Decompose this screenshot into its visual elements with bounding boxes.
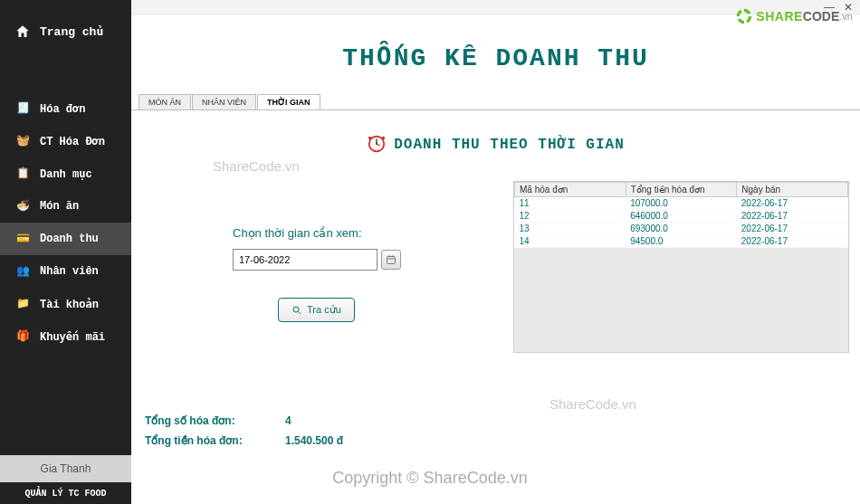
nav-label: CT Hóa Đơn bbox=[40, 135, 105, 148]
calendar-icon bbox=[386, 254, 397, 265]
table-container[interactable]: Mã hóa đơn Tổng tiền hóa đơn Ngày bán 11… bbox=[513, 181, 849, 353]
col-ngay-ban[interactable]: Ngày bán bbox=[737, 183, 848, 197]
sidebar: Trang chủ 🧾 Hóa đơn 🧺 CT Hóa Đơn 📋 Danh … bbox=[0, 0, 131, 504]
nav-ct-hoa-don[interactable]: 🧺 CT Hóa Đơn bbox=[0, 125, 131, 157]
col-tong-tien[interactable]: Tổng tiền hóa đơn bbox=[626, 183, 737, 197]
nav-label: Doanh thu bbox=[40, 233, 99, 245]
table-cell: 107000.0 bbox=[626, 197, 737, 210]
close-button[interactable]: ✕ bbox=[844, 2, 853, 13]
svg-point-10 bbox=[293, 307, 299, 312]
summary-total-value: 1.540.500 đ bbox=[285, 434, 343, 447]
svg-line-11 bbox=[299, 311, 301, 314]
nav-mon-an[interactable]: 🍜 Món ăn bbox=[0, 190, 131, 223]
nav-hoa-don[interactable]: 🧾 Hóa đơn bbox=[0, 92, 131, 125]
table-row[interactable]: 12646000.02022-06-17 bbox=[515, 210, 848, 223]
summary-count-label: Tổng số hóa đơn: bbox=[145, 414, 285, 427]
table-cell: 94500.0 bbox=[626, 235, 737, 248]
nav-label: Nhân viên bbox=[40, 265, 99, 278]
summary-total-label: Tổng tiền hóa đơn: bbox=[145, 434, 285, 447]
nav-tai-khoan[interactable]: 📁 Tài khoản bbox=[0, 288, 131, 320]
table-cell: 11 bbox=[515, 197, 626, 210]
user-name[interactable]: Gia Thanh bbox=[0, 455, 131, 482]
svg-rect-6 bbox=[387, 257, 396, 264]
table-cell: 2022-06-17 bbox=[737, 223, 848, 235]
table-cell: 693000.0 bbox=[626, 223, 737, 235]
clock-icon bbox=[367, 134, 387, 154]
nav-label: Hóa đơn bbox=[40, 102, 85, 116]
home-icon bbox=[14, 24, 31, 40]
search-icon bbox=[291, 305, 302, 316]
window-titlebar: — ✕ bbox=[131, 0, 860, 14]
revenue-table: Mã hóa đơn Tổng tiền hóa đơn Ngày bán 11… bbox=[514, 182, 848, 248]
col-ma-hoa-don[interactable]: Mã hóa đơn bbox=[515, 183, 626, 197]
minimize-button[interactable]: — bbox=[824, 2, 835, 13]
table-row[interactable]: 1494500.02022-06-17 bbox=[515, 235, 848, 248]
page-title: THỐNG KÊ DOANH THU bbox=[131, 14, 860, 94]
table-cell: 646000.0 bbox=[626, 210, 737, 223]
nav-home[interactable]: Trang chủ bbox=[0, 16, 131, 47]
basket-icon: 🧺 bbox=[14, 134, 31, 148]
tabs: MÓN ĂN NHÂN VIÊN THỜI GIAN bbox=[131, 94, 860, 110]
promo-icon: 🎁 bbox=[14, 329, 31, 344]
section-title: DOANH THU THEO THỜI GIAN bbox=[394, 135, 624, 153]
tab-nhan-vien[interactable]: NHÂN VIÊN bbox=[192, 94, 256, 109]
search-button-label: Tra cứu bbox=[307, 304, 341, 316]
svg-rect-9 bbox=[393, 255, 394, 258]
date-picker-button[interactable] bbox=[381, 250, 401, 270]
summary: Tổng số hóa đơn: 4 Tổng tiền hóa đơn: 1.… bbox=[145, 414, 343, 454]
nav-nhan-vien[interactable]: 👥 Nhân viên bbox=[0, 255, 131, 288]
revenue-icon: 💳 bbox=[14, 232, 31, 246]
account-icon: 📁 bbox=[14, 297, 31, 311]
invoice-icon: 🧾 bbox=[14, 101, 31, 116]
table-cell: 2022-06-17 bbox=[737, 197, 848, 210]
nav-label: Món ăn bbox=[40, 200, 79, 213]
list-icon: 📋 bbox=[14, 166, 31, 181]
food-icon: 🍜 bbox=[14, 199, 31, 214]
nav-danh-muc[interactable]: 📋 Danh mục bbox=[0, 157, 131, 190]
table-cell: 2022-06-17 bbox=[737, 210, 848, 223]
nav-doanh-thu[interactable]: 💳 Doanh thu bbox=[0, 223, 131, 255]
search-button[interactable]: Tra cứu bbox=[278, 298, 355, 322]
nav-label: Danh mục bbox=[40, 167, 92, 181]
nav-home-label: Trang chủ bbox=[40, 24, 103, 39]
table-cell: 12 bbox=[515, 210, 626, 223]
table-cell: 13 bbox=[515, 223, 626, 235]
nav-label: Khuyến mãi bbox=[40, 330, 105, 344]
sidebar-footer: QUẢN LÝ TC FOOD bbox=[0, 482, 131, 504]
table-row[interactable]: 13693000.02022-06-17 bbox=[515, 223, 848, 235]
table-row[interactable]: 11107000.02022-06-17 bbox=[515, 197, 848, 210]
summary-count-value: 4 bbox=[285, 414, 291, 427]
date-input[interactable] bbox=[233, 249, 377, 271]
nav-label: Tài khoản bbox=[40, 298, 99, 311]
staff-icon: 👥 bbox=[14, 264, 31, 279]
svg-point-4 bbox=[368, 137, 372, 140]
svg-rect-8 bbox=[389, 255, 390, 258]
svg-point-5 bbox=[382, 137, 386, 140]
table-cell: 2022-06-17 bbox=[737, 235, 848, 248]
tab-thoi-gian[interactable]: THỜI GIAN bbox=[257, 94, 320, 109]
tab-mon-an[interactable]: MÓN ĂN bbox=[139, 94, 191, 109]
nav-khuyen-mai[interactable]: 🎁 Khuyến mãi bbox=[0, 320, 131, 353]
table-cell: 14 bbox=[515, 235, 626, 248]
date-label: Chọn thời gian cần xem: bbox=[233, 226, 486, 240]
